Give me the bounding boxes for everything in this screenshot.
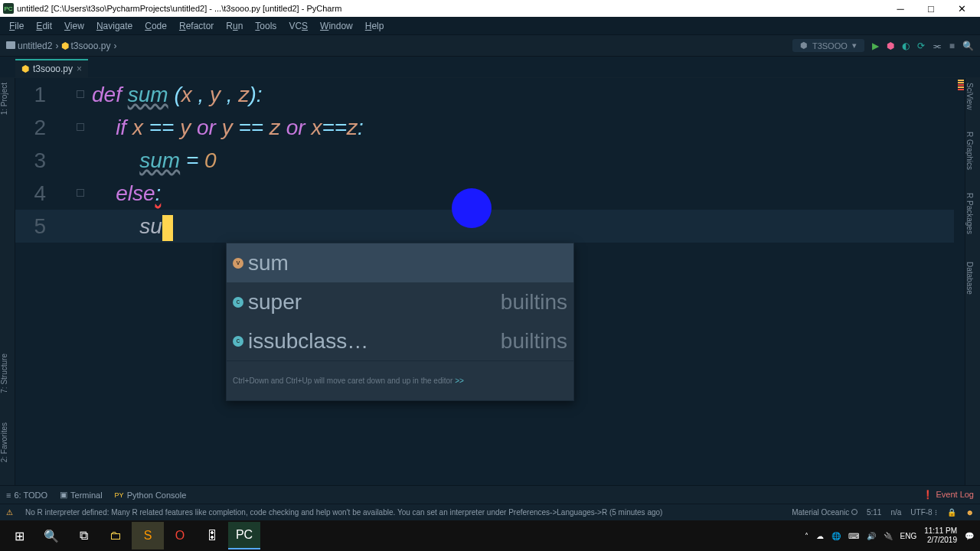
tray-volume-icon[interactable]: 🔊 (867, 532, 876, 540)
autocomplete-item[interactable]: vsum (227, 243, 573, 282)
menu-window[interactable]: Window (314, 21, 359, 31)
menu-help[interactable]: Help (359, 21, 390, 31)
line-number: 5 (15, 210, 77, 243)
stop-button[interactable]: ■ (949, 41, 955, 51)
close-button[interactable]: ✕ (946, 3, 977, 15)
tray-network-icon[interactable]: 🌐 (831, 532, 841, 540)
tray-notifications-icon[interactable]: 💬 (965, 532, 974, 540)
autocomplete-hint: Ctrl+Down and Ctrl+Up will move caret do… (227, 360, 573, 400)
line-number: 1 (15, 78, 77, 111)
taskbar-opera[interactable]: O (164, 522, 196, 549)
autocomplete-popup[interactable]: vsumcsuperbuiltinscissubclass…builtinsCt… (226, 243, 574, 401)
status-caret-position[interactable]: 5:11 (867, 508, 881, 517)
run-configuration-selector[interactable]: ⬢ T3SOOO ▾ (792, 39, 864, 52)
code-line[interactable]: 2 if x == y or y == z or x==z: (15, 111, 954, 144)
menu-view[interactable]: View (58, 21, 90, 31)
tray-language[interactable]: ENG (900, 532, 917, 540)
status-bar: ⚠ No R interpreter defined: Many R relat… (0, 504, 980, 520)
suggestion-kind-icon: v (233, 258, 243, 269)
task-view-button[interactable]: ⧉ (67, 522, 100, 549)
menu-vcs[interactable]: VCS (283, 21, 314, 31)
coverage-button[interactable]: ◐ (902, 41, 910, 51)
text-cursor (162, 215, 173, 241)
tool-project[interactable]: 1: Project (0, 83, 8, 115)
concurrency-button[interactable]: ⫘ (933, 41, 942, 51)
tool-favorites[interactable]: 2: Favorites (0, 422, 8, 462)
menu-file[interactable]: File (3, 21, 30, 31)
python-file-icon: ⬢ (61, 41, 69, 51)
tool-database[interactable]: Database (965, 262, 974, 295)
start-button[interactable]: ⊞ (3, 522, 35, 549)
tray-tablet-mode-icon[interactable]: ⌨ (848, 532, 859, 540)
status-message[interactable]: No R interpreter defined: Many R related… (25, 508, 662, 517)
code-editor[interactable]: 1def sum (x , y , z):2 if x == y or y ==… (15, 78, 954, 485)
menu-refactor[interactable]: Refactor (173, 21, 220, 31)
menu-code[interactable]: Code (139, 21, 173, 31)
python-icon: ⬢ (800, 41, 808, 51)
autocomplete-item[interactable]: csuperbuiltins (227, 282, 573, 321)
breadcrumb-project[interactable]: untitled2 (6, 41, 52, 51)
taskbar-sublime[interactable]: S (132, 522, 164, 549)
bottom-tool-stripe: ≡6: TODO ▣Terminal PYPython Console ❗ Ev… (0, 485, 980, 504)
tool-rpackages[interactable]: R Packages (965, 193, 974, 234)
tray-onedrive-icon[interactable]: ☁ (816, 532, 824, 540)
status-line-sep[interactable]: n/a (890, 508, 901, 517)
taskbar-pycharm[interactable]: PC (228, 522, 260, 549)
suggestion-label: sum (248, 246, 289, 279)
menu-navigate[interactable]: Navigate (90, 21, 139, 31)
menu-tools[interactable]: Tools (249, 21, 283, 31)
run-button[interactable]: ▶ (872, 41, 879, 51)
status-readonly-icon[interactable]: 🔒 (947, 508, 956, 517)
line-number: 2 (15, 111, 77, 144)
code-content[interactable]: sum = 0 (92, 144, 217, 177)
tab-t3sooo[interactable]: ⬢ t3sooo.py × (15, 59, 88, 77)
code-content[interactable]: if x == y or y == z or x==z: (92, 111, 364, 144)
status-theme[interactable]: Material Oceanic (792, 508, 858, 517)
code-content[interactable]: su (92, 210, 173, 243)
tray-chevron-up-icon[interactable]: ˄ (805, 532, 808, 540)
suggestion-label: super (248, 285, 302, 318)
taskbar-app[interactable]: 🎛 (196, 522, 228, 549)
taskbar-explorer[interactable]: 🗀 (100, 522, 132, 549)
code-content[interactable]: else: (92, 177, 161, 210)
theme-indicator-icon (851, 509, 858, 515)
tool-python-console[interactable]: PYPython Console (115, 491, 187, 500)
autocomplete-item[interactable]: cissubclass…builtins (227, 321, 573, 360)
python-icon: PY (115, 491, 124, 499)
cursor-highlight-dot (452, 188, 492, 228)
left-tool-stripe: 1: Project 7: Structure 2: Favorites (0, 78, 15, 485)
profile-button[interactable]: ⟳ (917, 41, 925, 51)
status-encoding[interactable]: UTF-8 ⫶ (910, 508, 938, 517)
menu-edit[interactable]: Edit (30, 21, 58, 31)
tray-power-icon[interactable]: 🔌 (884, 532, 893, 540)
error-stripe[interactable] (954, 78, 965, 485)
editor-tabs: ⬢ t3sooo.py × (0, 57, 980, 78)
breadcrumb-file[interactable]: ⬢t3sooo.py (61, 41, 110, 51)
tool-rgraphics[interactable]: R Graphics (965, 132, 974, 170)
suggestion-source: builtins (501, 285, 567, 318)
search-everywhere-button[interactable]: 🔍 (962, 41, 974, 51)
close-tab-icon[interactable]: × (77, 64, 82, 74)
right-tool-stripe: SciView R Graphics R Packages Database (965, 78, 980, 485)
tool-sciview[interactable]: SciView (965, 83, 974, 109)
status-hector-icon[interactable]: ☻ (965, 508, 974, 517)
search-button[interactable]: 🔍 (35, 522, 67, 549)
tray-clock[interactable]: 11:11 PM2/7/2019 (924, 527, 957, 545)
todo-icon: ≡ (6, 491, 11, 500)
chevron-down-icon: ▾ (852, 41, 857, 51)
menu-run[interactable]: Run (220, 21, 249, 31)
code-line[interactable]: 1def sum (x , y , z): (15, 78, 954, 111)
warning-icon: ⚠ (6, 508, 13, 517)
minimize-button[interactable]: ─ (885, 3, 916, 15)
event-log-button[interactable]: ❗ Event Log (923, 490, 974, 500)
maximize-button[interactable]: □ (916, 3, 946, 15)
tool-todo[interactable]: ≡6: TODO (6, 491, 47, 500)
line-number: 4 (15, 177, 77, 210)
debug-button[interactable]: ⬢ (887, 41, 894, 51)
suggestion-kind-icon: c (233, 297, 243, 308)
code-content[interactable]: def sum (x , y , z): (92, 78, 263, 111)
tool-terminal[interactable]: ▣Terminal (60, 490, 103, 500)
code-line[interactable]: 3 sum = 0 (15, 144, 954, 177)
tool-structure[interactable]: 7: Structure (0, 354, 8, 393)
chevron-right-icon: › (113, 41, 116, 51)
